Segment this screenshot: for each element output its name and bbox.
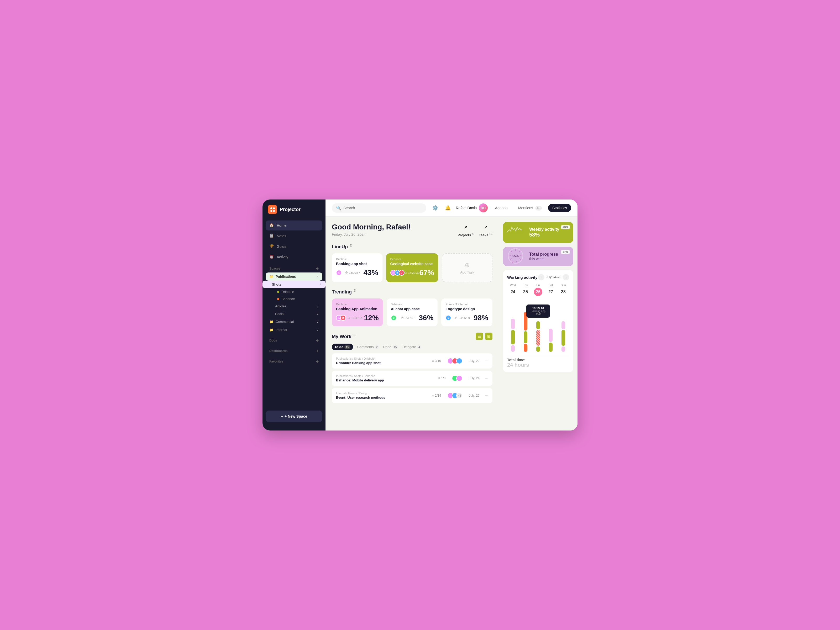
sidebar-item-shots[interactable]: Shots ∧ [262, 281, 325, 288]
card-title-2: Geological website case [390, 262, 434, 266]
weekly-activity-card: +3% Weekly activity 58% [503, 222, 573, 243]
wa-day-thu: Thu 25 [520, 284, 531, 297]
trending-percent-3: 98% [474, 314, 488, 322]
search-box[interactable]: 🔍 [332, 204, 426, 213]
mywork-tab-todo[interactable]: To do 15 [332, 344, 353, 350]
mywork-title: My Work 3 [332, 333, 355, 339]
sidebar-item-articles[interactable]: Articles ∨ [266, 302, 322, 310]
sidebar-item-commercial[interactable]: 📁 Commercial ∨ [266, 317, 322, 326]
trending-card-3: Ronas IT internal Logotype design D ⏱ 24… [441, 298, 493, 326]
quick-actions: ↗ Projects 4 ↗ Tasks 15 [458, 223, 493, 237]
card-avatar-1: A [336, 270, 342, 276]
work-item-3-title: Event: User research methods [336, 396, 429, 399]
work-item-2-progress: ≡ 1/8 [438, 376, 445, 380]
add-space-icon[interactable]: + [316, 266, 319, 271]
work-item-2-avatars [452, 375, 463, 381]
trending-source-2: Behance [391, 303, 434, 306]
mywork-tabs: To do 15 Comments 2 Done 15 Delegate 4 [332, 344, 493, 350]
right-panel: +3% Weekly activity 58% +7% [499, 216, 578, 431]
work-item-2-date: July, 24 [469, 376, 479, 380]
work-item-1-path: Publications / Shots / Dribbble [336, 357, 429, 360]
sidebar: Projector 🏠 Home 📋 Notes 🏆 Goals ⏰ Activ… [262, 199, 325, 431]
docs-section-label: Docs + [262, 334, 325, 344]
add-dashboards-icon[interactable]: + [316, 349, 319, 353]
new-space-button[interactable]: + + New Space [266, 411, 322, 422]
trending-av-1b: B [340, 315, 346, 321]
wa-next-button[interactable]: › [563, 274, 569, 280]
svg-line-7 [510, 259, 512, 260]
topbar-statistics-tab[interactable]: Statistics [548, 204, 571, 212]
work-item-2-title: Behance: Mobile delivery app [336, 378, 435, 382]
settings-button[interactable]: ⚙️ [431, 203, 440, 213]
wa-prev-button[interactable]: ‹ [538, 274, 545, 280]
card-source-1: Dribbble [336, 257, 378, 261]
trending-percent-2: 36% [419, 314, 433, 322]
sidebar-item-social[interactable]: Social ∨ [266, 310, 322, 317]
goals-icon: 🏆 [269, 244, 274, 249]
lineup-card-2: Behance Geological website case A B C ⏱ … [386, 253, 438, 282]
sidebar-item-notes[interactable]: 📋 Notes [266, 231, 322, 241]
mywork-tab-delegate[interactable]: Delegate 4 [403, 345, 421, 349]
mywork-tab-done[interactable]: Done 15 [383, 345, 398, 349]
card-timer-1: ⏱ 23:00:57 [345, 271, 360, 274]
work-av-3-extra: +3 [456, 392, 463, 399]
list-view-icon[interactable]: ☰ [476, 333, 483, 340]
work-item-1-title: Dribbble: Banking app shot [336, 361, 429, 365]
work-item-1-more[interactable]: ··· [485, 358, 488, 363]
add-favorites-icon[interactable]: + [316, 359, 319, 364]
work-item-2-path: Publications / Shots / Behance [336, 374, 435, 377]
work-item-2-more[interactable]: ··· [485, 376, 488, 381]
trending-av-3a: D [445, 315, 451, 321]
topbar-mentions-tab[interactable]: Mentions 10 [514, 204, 546, 212]
work-item-3-date: July, 26 [469, 394, 479, 398]
logo-icon [268, 205, 277, 214]
mywork-header: My Work 3 ☰ ⊞ [332, 333, 493, 340]
mywork-tab-comments[interactable]: Comments 2 [357, 345, 379, 349]
sidebar-item-dribbble[interactable]: Dribbble [266, 288, 322, 295]
trending-source-3: Ronas IT internal [445, 303, 488, 306]
wa-total: Total time: 24 hours [507, 355, 569, 368]
sidebar-item-publications[interactable]: 📁 Publications ∧ [266, 273, 322, 281]
trending-source-1: Dribbble [336, 303, 379, 306]
work-item-2: Publications / Shots / Behance Behance: … [332, 371, 493, 386]
greeting-text: Good Morning, Rafael! Friday, July 26, 2… [332, 223, 411, 237]
commercial-folder-icon: 📁 [269, 320, 273, 324]
search-input[interactable] [343, 206, 422, 210]
internal-chevron-icon: ∨ [316, 328, 319, 332]
card-avatar-2c: C [399, 270, 404, 276]
card-source-2: Behance [390, 257, 434, 261]
commercial-chevron-icon: ∨ [316, 320, 319, 324]
home-icon: 🏠 [269, 223, 274, 228]
trending-av-2a: C [391, 315, 396, 321]
trending-title: Trending 3 [332, 289, 493, 295]
sidebar-item-activity-label: Activity [277, 255, 288, 259]
user-info[interactable]: Rafael Davis RD [456, 204, 488, 212]
topbar-agenda-tab[interactable]: Agenda [491, 204, 512, 212]
svg-line-2 [519, 250, 520, 253]
logo: Projector [262, 205, 325, 221]
trending-title-1: Banking App Animation [336, 307, 379, 311]
sidebar-item-home[interactable]: 🏠 Home [266, 221, 322, 231]
total-progress-subtitle: this week [529, 257, 568, 261]
trending-card-1: Dribbble Banking App Animation A B ⏱ 10:… [332, 298, 383, 326]
wa-day-sat: Sat 27 [545, 284, 556, 297]
lineup-add-task[interactable]: ⊕ Add Task [442, 253, 493, 282]
main-panel: Good Morning, Rafael! Friday, July 26, 2… [325, 216, 499, 431]
sidebar-item-internal[interactable]: 📁 Internal ∨ [266, 326, 322, 334]
dashboards-section-label: Dashboards + [262, 344, 325, 355]
tasks-quick-action[interactable]: ↗ Tasks 15 [479, 223, 493, 237]
sidebar-item-activity[interactable]: ⏰ Activity [266, 252, 322, 262]
articles-chevron-icon: ∨ [316, 305, 319, 308]
sidebar-item-behance[interactable]: Behance [266, 295, 322, 302]
projects-quick-action[interactable]: ↗ Projects 4 [458, 223, 474, 237]
add-docs-icon[interactable]: + [316, 338, 319, 343]
weekly-activity-badge: +3% [561, 225, 570, 229]
trending-timer-1: ⏱ 10:48:14 [347, 316, 363, 319]
work-item-3-more[interactable]: ··· [485, 393, 488, 398]
notification-button[interactable]: 🔔 [443, 203, 453, 213]
weekly-activity-value: 58% [529, 232, 568, 238]
sidebar-item-notes-label: Notes [277, 234, 286, 238]
grid-view-icon[interactable]: ⊞ [485, 333, 493, 340]
wa-chart: 10:59:16 Banking app shot [507, 299, 569, 352]
sidebar-item-goals[interactable]: 🏆 Goals [266, 242, 322, 251]
